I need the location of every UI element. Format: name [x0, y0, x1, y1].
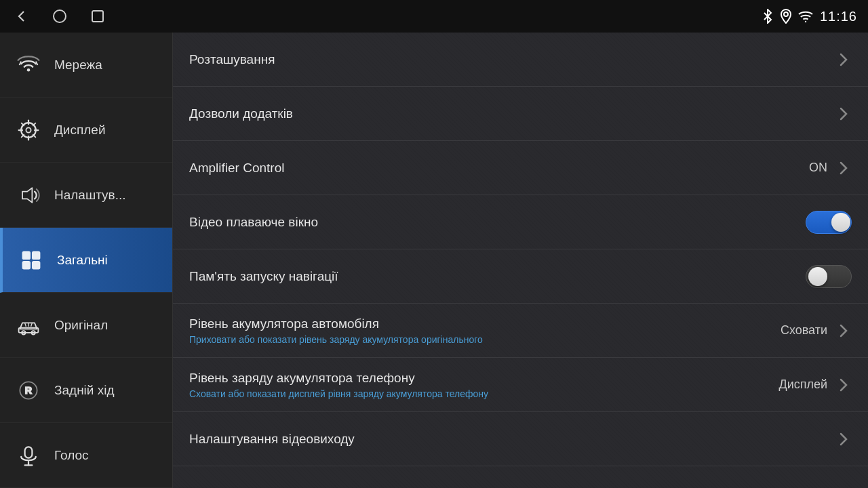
sidebar-label-sound: Налаштув...: [54, 188, 126, 203]
sidebar-item-sound[interactable]: Налаштув...: [0, 163, 172, 228]
sidebar-item-general[interactable]: Загальні: [0, 228, 172, 293]
sidebar-item-display[interactable]: Дисплей: [0, 98, 172, 163]
home-button[interactable]: [49, 5, 71, 27]
row-value-phone-battery: Дисплей: [778, 378, 827, 392]
main-layout: Мережа Дисплей: [0, 33, 868, 488]
toggle-knob-nav-memory: [808, 267, 827, 286]
sidebar-item-original[interactable]: Оригінал: [0, 293, 172, 358]
row-subtitle-car-battery: Приховати або показати рівень заряду аку…: [189, 334, 781, 345]
settings-row-phone-battery[interactable]: Рівень заряду акумулятора телефону Схова…: [173, 358, 868, 412]
toggle-knob-video-floating: [831, 213, 850, 232]
sidebar-label-general: Загальні: [57, 253, 108, 268]
row-right-nav-memory: [806, 265, 852, 288]
sidebar-label-network: Мережа: [54, 58, 102, 73]
chevron-icon-car-battery: [835, 323, 852, 339]
row-value-car-battery: Сховати: [781, 323, 827, 338]
car-sidebar-icon: [14, 310, 43, 340]
row-right-car-battery: Сховати: [781, 323, 852, 339]
toggle-video-floating[interactable]: [806, 211, 852, 234]
mic-sidebar-icon: [14, 441, 43, 470]
svg-rect-1: [92, 11, 103, 22]
svg-line-15: [33, 123, 36, 125]
svg-rect-19: [33, 251, 40, 259]
row-content-car-battery: Рівень акумулятора автомобіля Приховати …: [189, 317, 781, 345]
row-content-phone-battery: Рівень заряду акумулятора телефону Схова…: [189, 371, 778, 399]
row-title-app-permissions: Дозволи додатків: [189, 106, 835, 121]
chevron-icon-amplifier: [835, 160, 852, 176]
status-bar-right: 11:16: [762, 9, 857, 24]
svg-point-8: [26, 127, 31, 132]
sidebar-label-original: Оригінал: [54, 318, 108, 333]
svg-point-2: [784, 12, 788, 16]
settings-row-nav-memory[interactable]: Пам'ять запуску навігації: [173, 249, 868, 304]
row-title-nav-memory: Пам'ять запуску навігації: [189, 269, 806, 284]
settings-row-amplifier[interactable]: Amplifier Control ON: [173, 141, 868, 195]
row-content-amplifier: Amplifier Control: [189, 161, 809, 176]
sidebar-item-voice[interactable]: Голос: [0, 423, 172, 488]
settings-row-location[interactable]: Розташування: [173, 33, 868, 87]
row-title-car-battery: Рівень акумулятора автомобіля: [189, 317, 781, 331]
sound-sidebar-icon: [14, 180, 43, 210]
svg-rect-18: [22, 251, 30, 259]
row-right-app-permissions: [835, 106, 852, 122]
bluetooth-icon: [762, 9, 774, 24]
row-subtitle-phone-battery: Сховати або показати дисплей рівня заряд…: [189, 388, 778, 399]
svg-line-16: [22, 134, 24, 137]
row-right-amplifier: ON: [809, 160, 852, 176]
sidebar-label-voice: Голос: [54, 448, 89, 463]
sidebar: Мережа Дисплей: [0, 33, 173, 488]
row-title-video-output: Налаштування відеовиходу: [189, 432, 835, 447]
wifi-sidebar-icon: [14, 50, 43, 80]
row-right-phone-battery: Дисплей: [778, 377, 852, 393]
row-title-phone-battery: Рівень заряду акумулятора телефону: [189, 371, 778, 386]
svg-rect-20: [22, 261, 30, 268]
display-sidebar-icon: [14, 115, 43, 145]
chevron-icon-location: [835, 52, 852, 68]
svg-point-4: [27, 68, 31, 71]
svg-text:R: R: [25, 385, 33, 396]
row-content-app-permissions: Дозволи додатків: [189, 106, 835, 121]
settings-row-car-battery[interactable]: Рівень акумулятора автомобіля Приховати …: [173, 304, 868, 358]
svg-line-14: [33, 134, 36, 137]
settings-row-video-floating[interactable]: Відео плаваюче вікно: [173, 195, 868, 249]
row-right-location: [835, 52, 852, 68]
sidebar-item-reverse[interactable]: R Задній хід: [0, 358, 172, 423]
row-content-nav-memory: Пам'ять запуску навігації: [189, 269, 806, 284]
row-right-video-output: [835, 431, 852, 447]
row-title-amplifier: Amplifier Control: [189, 161, 809, 176]
row-content-video-floating: Відео плаваюче вікно: [189, 215, 806, 230]
reverse-sidebar-icon: R: [14, 375, 43, 405]
nav-buttons: [11, 5, 108, 27]
svg-line-13: [22, 123, 24, 125]
row-content-video-output: Налаштування відеовиходу: [189, 432, 835, 447]
chevron-icon-app-permissions: [835, 106, 852, 122]
chevron-icon-video-output: [835, 431, 852, 447]
clock: 11:16: [820, 9, 857, 24]
row-title-location: Розташування: [189, 52, 835, 67]
svg-marker-17: [22, 188, 32, 203]
row-title-video-floating: Відео плаваюче вікно: [189, 215, 806, 230]
back-button[interactable]: [11, 5, 33, 27]
sidebar-item-network[interactable]: Мережа: [0, 33, 172, 98]
wifi-icon: [798, 10, 813, 22]
settings-row-video-output[interactable]: Налаштування відеовиходу: [173, 412, 868, 466]
row-value-amplifier: ON: [809, 161, 827, 175]
settings-content[interactable]: Розташування Дозволи додатків: [173, 33, 868, 488]
svg-point-0: [54, 10, 66, 22]
row-content-location: Розташування: [189, 52, 835, 67]
status-bar: 11:16: [0, 0, 868, 33]
svg-rect-21: [33, 261, 40, 268]
row-right-video-floating: [806, 211, 852, 234]
settings-row-app-permissions[interactable]: Дозволи додатків: [173, 87, 868, 141]
svg-rect-30: [25, 447, 33, 458]
chevron-icon-phone-battery: [835, 377, 852, 393]
grid-sidebar-icon: [16, 245, 46, 275]
svg-point-3: [805, 21, 806, 22]
recents-button[interactable]: [87, 5, 108, 27]
toggle-nav-memory[interactable]: [806, 265, 852, 288]
location-icon: [781, 9, 791, 24]
sidebar-label-display: Дисплей: [54, 123, 106, 138]
sidebar-label-reverse: Задній хід: [54, 383, 115, 398]
